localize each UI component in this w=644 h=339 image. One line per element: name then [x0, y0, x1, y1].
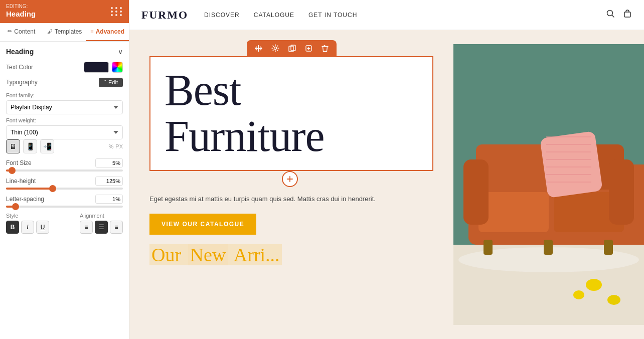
nav-link-discover[interactable]: DISCOVER	[204, 12, 240, 19]
tab-advanced[interactable]: ≡ Advanced	[86, 23, 129, 41]
element-toolbar	[247, 40, 337, 56]
svg-point-0	[607, 11, 613, 16]
chevron-down-icon[interactable]: ∨	[118, 48, 123, 56]
font-size-label: Font Size	[6, 159, 32, 166]
section-title: Heading	[6, 48, 34, 56]
font-size-input[interactable]: 5%	[95, 158, 123, 167]
style-label: Style	[6, 213, 49, 219]
line-height-slider-row: Line-height 125%	[6, 177, 123, 190]
heading-block[interactable]: Best Furniture	[149, 56, 433, 171]
tab-content[interactable]: ✏ Content	[0, 23, 43, 41]
letter-spacing-thumb	[12, 203, 19, 210]
typography-edit-button[interactable]: ˅ Edit	[99, 78, 123, 87]
heading-section-header: Heading ∨	[6, 48, 123, 56]
svg-point-34	[573, 290, 584, 299]
bag-icon[interactable]	[623, 9, 632, 21]
cta-button[interactable]: VIEW OUR CATALOGUE	[149, 214, 256, 235]
svg-rect-19	[463, 159, 489, 225]
letter-spacing-label: Letter-spacing	[6, 196, 44, 203]
typography-row: Typography ˅ Edit	[6, 78, 123, 87]
style-group: B I U	[6, 221, 49, 234]
advanced-icon: ≡	[90, 29, 93, 35]
tablet-device-btn[interactable]: 📱	[23, 139, 37, 153]
device-row: 🖥 📱 📲 % PX	[6, 139, 123, 153]
text-color-swatch[interactable]	[84, 62, 109, 73]
editing-title: Heading	[6, 10, 36, 18]
svg-rect-23	[604, 240, 613, 255]
add-block-button[interactable]	[282, 171, 298, 187]
heading-line2: Furniture	[165, 112, 325, 160]
font-family-label: Font family:	[6, 92, 123, 98]
editing-label: EDITING:	[6, 4, 36, 9]
hero-left: Best Furniture Eget egestas mi at mattis…	[129, 30, 453, 339]
font-size-track[interactable]	[6, 169, 123, 172]
italic-button[interactable]: I	[21, 221, 34, 234]
grid-dots-icon[interactable]	[111, 7, 123, 16]
move-icon[interactable]	[254, 44, 263, 53]
color-picker-icon[interactable]	[112, 62, 123, 73]
nav-icons	[606, 9, 632, 21]
align-right-button[interactable]: ≡	[110, 221, 123, 234]
align-center-button[interactable]: ☰	[95, 221, 108, 234]
letter-spacing-input[interactable]: 1%	[95, 195, 123, 204]
align-left-button[interactable]: ≡	[80, 221, 93, 234]
left-panel: EDITING: Heading ✏ Content 🖋 Templates ≡…	[0, 0, 129, 339]
svg-point-32	[586, 279, 602, 291]
new-arrivals-text: Our New Arri...	[149, 244, 282, 266]
copy-style-icon[interactable]	[287, 44, 297, 53]
font-weight-section: Font weight: Thin (100)	[6, 117, 123, 139]
font-weight-label: Font weight:	[6, 117, 123, 123]
font-size-thumb	[9, 167, 16, 174]
svg-line-1	[612, 16, 614, 18]
heading-text: Best Furniture	[165, 67, 418, 160]
hero-description: Eget egestas mi at mattis eu turpis quam…	[149, 194, 376, 205]
panel-content: Heading ∨ Text Color Typography ˅ Edit F…	[0, 42, 129, 340]
top-nav: FURMO DISCOVER CATALOGUE GET IN TOUCH	[129, 0, 644, 30]
sofa-illustration	[453, 30, 644, 339]
bold-button[interactable]: B	[6, 221, 19, 234]
letter-spacing-track[interactable]	[6, 206, 123, 208]
line-height-label: Line-height	[6, 178, 36, 185]
svg-point-3	[274, 47, 276, 50]
new-arrivals-highlight: New	[188, 244, 228, 265]
editing-bar: EDITING: Heading	[0, 0, 129, 23]
desktop-device-btn[interactable]: 🖥	[6, 139, 20, 153]
heading-line1: Best	[165, 66, 241, 114]
style-align-row: Style B I U Alignment ≡ ☰ ≡	[6, 213, 123, 234]
font-family-section: Font family: Playfair Display	[6, 92, 123, 114]
tab-content-label: Content	[14, 28, 35, 35]
letter-spacing-slider-row: Letter-spacing 1%	[6, 195, 123, 208]
line-height-input[interactable]: 125%	[95, 177, 123, 186]
nav-link-catalogue[interactable]: CATALOGUE	[254, 12, 294, 19]
svg-rect-2	[624, 12, 630, 17]
text-color-label: Text Color	[6, 64, 33, 71]
font-weight-select[interactable]: Thin (100)	[6, 125, 123, 139]
logo: FURMO	[141, 9, 188, 22]
percent-unit[interactable]: %	[109, 143, 114, 149]
font-family-select[interactable]: Playfair Display	[6, 100, 123, 114]
tab-advanced-label: Advanced	[96, 28, 124, 35]
delete-icon[interactable]	[320, 44, 330, 53]
new-arrivals-prefix: Our	[149, 244, 188, 265]
settings-icon[interactable]	[270, 43, 280, 53]
svg-rect-22	[544, 240, 553, 255]
tabs-bar: ✏ Content 🖋 Templates ≡ Advanced	[0, 23, 129, 42]
mobile-device-btn[interactable]: 📲	[40, 139, 54, 153]
alignment-label: Alignment	[80, 213, 123, 219]
text-color-row: Text Color	[6, 62, 123, 73]
nav-link-get-in-touch[interactable]: GET IN TOUCH	[308, 12, 357, 19]
underline-button[interactable]: U	[36, 221, 49, 234]
font-size-slider-row: Font Size 5%	[6, 158, 123, 172]
svg-rect-24	[540, 131, 603, 198]
svg-rect-21	[484, 240, 493, 255]
svg-rect-20	[609, 159, 634, 225]
edit-chevron-icon: ˅	[104, 79, 107, 86]
px-unit[interactable]: PX	[115, 143, 123, 149]
line-height-thumb	[49, 185, 56, 192]
line-height-track[interactable]	[6, 188, 123, 190]
search-icon[interactable]	[606, 9, 615, 21]
svg-rect-17	[478, 192, 549, 232]
new-arrivals-suffix: Arri...	[228, 244, 281, 265]
duplicate-icon[interactable]	[304, 44, 313, 53]
tab-templates[interactable]: 🖋 Templates	[43, 23, 86, 41]
